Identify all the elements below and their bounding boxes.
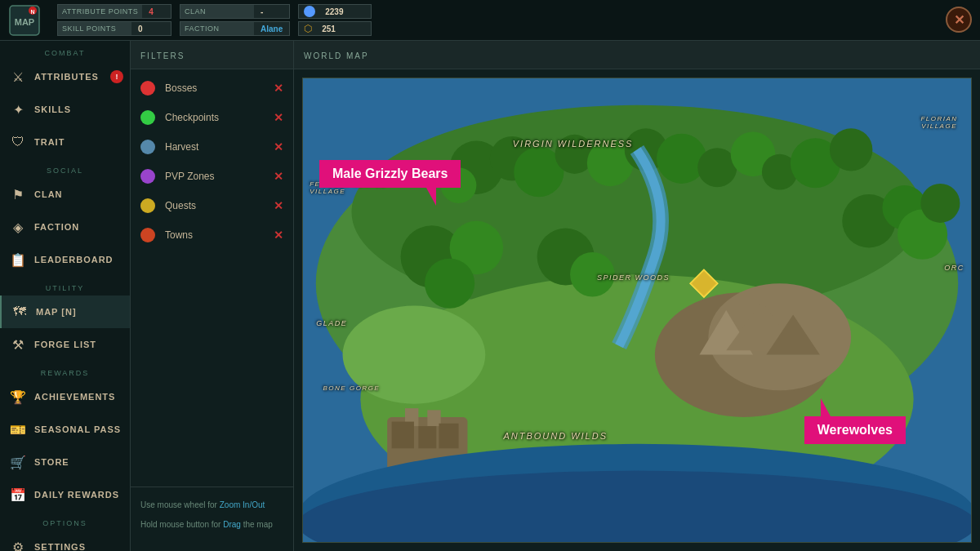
- achievements-icon: 🏆: [8, 387, 28, 407]
- svg-rect-38: [427, 410, 440, 426]
- attribute-points-label: ATTRIBUTE POINTS: [58, 5, 142, 18]
- clan-value: -: [254, 7, 270, 16]
- sidebar-item-faction-label: FACTION: [34, 222, 79, 232]
- attribute-points-value: 4: [142, 7, 160, 16]
- filter-harvest-toggle[interactable]: ✕: [274, 140, 283, 153]
- map-header: WORLD MAP: [294, 41, 980, 69]
- sidebar-section-options: OPTIONS: [0, 511, 130, 531]
- clan-row: CLAN -: [180, 4, 290, 19]
- attributes-badge: !: [110, 70, 123, 83]
- seasonalpass-icon: 🎫: [8, 420, 28, 439]
- svg-text:MAP: MAP: [15, 17, 34, 27]
- clan-label: CLAN: [180, 5, 254, 18]
- filter-harvest-label: Harvest: [165, 141, 264, 153]
- map-canvas[interactable]: VIRGIN WILDERNESS FLORIANVILLAGE FERRERS…: [303, 78, 971, 542]
- close-button[interactable]: ✕: [946, 7, 972, 33]
- faction-value: Alane: [254, 24, 289, 33]
- sidebar-item-settings[interactable]: ⚙ SETTINGS: [0, 531, 130, 551]
- sidebar-item-clan-label: CLAN: [34, 189, 63, 199]
- svg-text:N: N: [30, 9, 34, 15]
- sidebar-item-skills-label: SKILLS: [34, 104, 71, 114]
- svg-point-34: [920, 184, 960, 223]
- sidebar-section-utility: UTILITY: [0, 276, 130, 295]
- callout-grizzly-arrow: [426, 188, 436, 206]
- currency1-row: 2239: [298, 4, 372, 19]
- callout-grizzly-box: Male Grizzly Bears: [319, 160, 461, 188]
- sidebar-item-settings-label: SETTINGS: [34, 542, 86, 551]
- svg-point-25: [830, 128, 872, 171]
- dailyrewards-icon: 📅: [8, 485, 28, 504]
- svg-rect-39: [392, 422, 414, 449]
- filter-quests-dot: [140, 198, 155, 213]
- currency2-value: 251: [315, 24, 342, 33]
- filter-towns-toggle[interactable]: ✕: [274, 229, 283, 242]
- filter-towns-dot: [140, 228, 155, 242]
- sidebar-item-map[interactable]: 🗺 MAP [N]: [0, 295, 130, 328]
- leaderboard-icon: 📋: [8, 250, 28, 269]
- filters-footer: Use mouse wheel for Zoom In/Out Hold mou…: [131, 487, 293, 551]
- sidebar-item-achievements[interactable]: 🏆 ACHIEVEMENTS: [0, 380, 130, 413]
- sidebar-item-seasonalpass[interactable]: 🎫 SEASONAL PASS: [0, 413, 130, 446]
- sidebar-item-leaderboard-label: LEADERBOARD: [34, 255, 114, 264]
- svg-point-35: [343, 306, 486, 404]
- sidebar-item-leaderboard[interactable]: 📋 LEADERBOARD: [0, 243, 130, 276]
- forgelist-icon: ⚒: [8, 335, 28, 354]
- currency1-value: 2239: [318, 7, 350, 16]
- hint-drag-highlight: Drag: [223, 520, 241, 529]
- sidebar-item-store[interactable]: 🛒 STORE: [0, 446, 130, 478]
- sidebar-section-social: SOCIAL: [0, 158, 130, 178]
- callout-grizzly-container: Male Grizzly Bears: [319, 160, 461, 188]
- main-content: FILTERS Bosses ✕ Checkpoints ✕ Harvest ✕…: [131, 41, 980, 551]
- clan-icon: ⚑: [8, 184, 28, 204]
- settings-icon: ⚙: [8, 537, 28, 551]
- logo-area: MAP N: [8, 4, 41, 37]
- map-title: WORLD MAP: [304, 51, 369, 60]
- callout-grizzly: Male Grizzly Bears: [319, 160, 461, 188]
- filter-pvpzones[interactable]: PVP Zones ✕: [131, 162, 293, 191]
- map-container[interactable]: VIRGIN WILDERNESS FLORIANVILLAGE FERRERS…: [302, 78, 972, 543]
- sidebar-item-attributes-label: ATTRIBUTES: [34, 72, 99, 82]
- svg-point-30: [570, 252, 615, 297]
- trait-icon: 🛡: [8, 132, 28, 152]
- currency-group: 2239 ⬡ 251: [298, 4, 372, 36]
- svg-point-20: [657, 134, 706, 184]
- filter-pvpzones-toggle[interactable]: ✕: [274, 170, 283, 183]
- sidebar-item-dailyrewards[interactable]: 📅 DAILY REWARDS: [0, 478, 130, 511]
- filter-pvpzones-label: PVP Zones: [165, 171, 264, 182]
- sidebar-item-skills[interactable]: ✦ SKILLS: [0, 93, 130, 126]
- filter-checkpoints-toggle[interactable]: ✕: [274, 111, 283, 124]
- currency1-icon: [304, 6, 315, 17]
- logo-icon: MAP N: [8, 4, 41, 37]
- sidebar-item-forgelist-label: FORGE LIST: [34, 340, 96, 349]
- filter-checkpoints[interactable]: Checkpoints ✕: [131, 103, 293, 132]
- filter-checkpoints-label: Checkpoints: [165, 112, 264, 123]
- sidebar-item-faction[interactable]: ◈ FACTION: [0, 211, 130, 243]
- sidebar-item-clan[interactable]: ⚑ CLAN: [0, 178, 130, 211]
- filter-quests[interactable]: Quests ✕: [131, 191, 293, 220]
- sidebar-item-trait[interactable]: 🛡 TRAIT: [0, 126, 130, 158]
- skill-points-label: SKILL POINTS: [58, 22, 131, 35]
- callout-werewolves-arrow: [821, 398, 831, 416]
- sidebar-item-dailyrewards-label: DAILY REWARDS: [34, 490, 119, 500]
- filter-bosses-toggle[interactable]: ✕: [274, 82, 283, 95]
- filter-towns[interactable]: Towns ✕: [131, 220, 293, 250]
- faction-label: FACTION: [180, 22, 254, 35]
- callout-grizzly-text: Male Grizzly Bears: [319, 160, 461, 188]
- filters-header: FILTERS: [131, 41, 293, 69]
- filter-bosses[interactable]: Bosses ✕: [131, 73, 293, 103]
- sidebar-item-forgelist[interactable]: ⚒ FORGE LIST: [0, 328, 130, 361]
- filters-list: Bosses ✕ Checkpoints ✕ Harvest ✕ PVP Zon…: [131, 69, 293, 487]
- skill-points-row: SKILL POINTS 0: [57, 21, 172, 36]
- faction-icon: ◈: [8, 217, 28, 237]
- svg-point-28: [425, 259, 474, 309]
- filter-quests-toggle[interactable]: ✕: [274, 199, 283, 212]
- filters-panel: FILTERS Bosses ✕ Checkpoints ✕ Harvest ✕…: [131, 41, 294, 551]
- map-icon: 🗺: [10, 302, 29, 322]
- sidebar-item-attributes[interactable]: ⚔ ATTRIBUTES !: [0, 60, 130, 93]
- filter-harvest[interactable]: Harvest ✕: [131, 132, 293, 162]
- hint-zoom: Use mouse wheel for Zoom In/Out: [140, 500, 283, 511]
- sidebar-item-seasonalpass-label: SEASONAL PASS: [34, 424, 121, 434]
- map-panel: WORLD MAP: [294, 41, 980, 551]
- callout-werewolves-container: Werewolves: [804, 416, 906, 444]
- svg-rect-40: [418, 426, 436, 448]
